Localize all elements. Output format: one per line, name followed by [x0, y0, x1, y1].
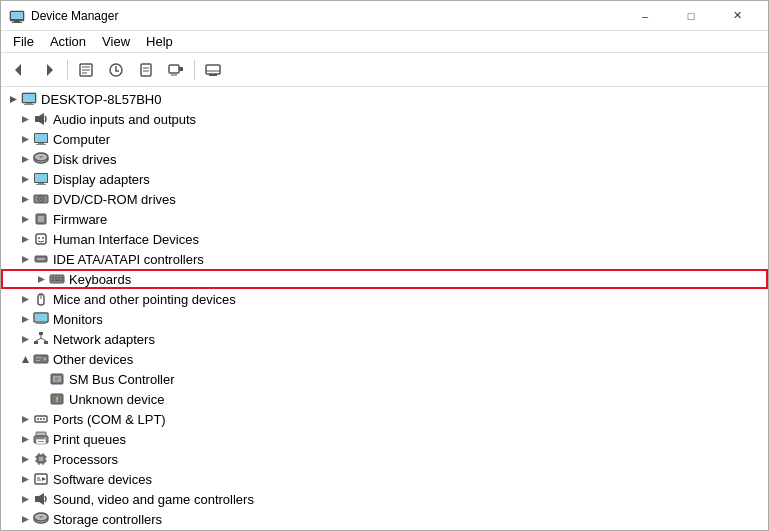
svg-point-51 — [38, 237, 40, 239]
update-driver-button[interactable] — [102, 57, 130, 83]
svg-marker-37 — [22, 176, 29, 183]
printqueues-expand[interactable] — [17, 431, 33, 447]
svg-rect-60 — [58, 277, 60, 279]
audio-expand[interactable] — [17, 111, 33, 127]
close-button[interactable]: ✕ — [714, 1, 760, 31]
tree-item-printqueues[interactable]: Print queues — [1, 429, 768, 449]
svg-rect-11 — [141, 64, 151, 76]
tree-item-ide[interactable]: IDE ATA/ATAPI controllers — [1, 249, 768, 269]
tree-item-other[interactable]: Other devices — [1, 349, 768, 369]
properties-button[interactable] — [72, 57, 100, 83]
view-button[interactable] — [199, 57, 227, 83]
other-label: Other devices — [53, 352, 133, 367]
uninstall-button[interactable] — [132, 57, 160, 83]
tree-item-monitors[interactable]: Monitors — [1, 309, 768, 329]
tree-content[interactable]: DESKTOP-8L57BH0 Audio inputs and outputs — [1, 87, 768, 530]
device-manager-window: Device Manager – □ ✕ File Action View He… — [0, 0, 769, 531]
mouse-icon — [33, 291, 49, 307]
svg-line-77 — [36, 338, 41, 341]
tree-item-computer[interactable]: Computer — [1, 129, 768, 149]
tree-item-software[interactable]: Software devices — [1, 469, 768, 489]
svg-rect-55 — [37, 258, 45, 260]
tree-item-disk[interactable]: Disk drives — [1, 149, 768, 169]
root-label: DESKTOP-8L57BH0 — [41, 92, 161, 107]
computer-expand[interactable] — [17, 131, 33, 147]
tree-item-ports[interactable]: Ports (COM & LPT) — [1, 409, 768, 429]
ports-expand[interactable] — [17, 411, 33, 427]
other-expand[interactable] — [17, 351, 33, 367]
monitors-expand[interactable] — [17, 311, 33, 327]
tree-item-display[interactable]: Display adapters — [1, 169, 768, 189]
tree-item-keyboards[interactable]: Keyboards — [1, 269, 768, 289]
menu-view[interactable]: View — [94, 32, 138, 51]
maximize-button[interactable]: □ — [668, 1, 714, 31]
tree-item-dvd[interactable]: DVD/CD-ROM drives — [1, 189, 768, 209]
mice-label: Mice and other pointing devices — [53, 292, 236, 307]
scan-button[interactable] — [162, 57, 190, 83]
toolbar-separator-2 — [194, 60, 195, 80]
svg-marker-122 — [22, 516, 29, 523]
tree-item-unknown[interactable]: ! Unknown device — [1, 389, 768, 409]
svg-point-125 — [39, 516, 43, 518]
tree-root[interactable]: DESKTOP-8L57BH0 — [1, 89, 768, 109]
disk-expand[interactable] — [17, 151, 33, 167]
svg-point-95 — [40, 418, 42, 420]
software-expand[interactable] — [17, 471, 33, 487]
keyboards-label: Keyboards — [69, 272, 131, 287]
keyboards-expand[interactable] — [33, 271, 49, 287]
svg-rect-101 — [38, 441, 44, 442]
tree-item-network[interactable]: Network adapters — [1, 329, 768, 349]
firmware-expand[interactable] — [17, 211, 33, 227]
minimize-button[interactable]: – — [622, 1, 668, 31]
firmware-icon — [33, 211, 49, 227]
svg-rect-59 — [55, 277, 57, 279]
processors-expand[interactable] — [17, 451, 33, 467]
display-icon — [33, 171, 49, 187]
tree-item-firmware[interactable]: Firmware — [1, 209, 768, 229]
menu-action[interactable]: Action — [42, 32, 94, 51]
root-expand[interactable] — [5, 91, 21, 107]
network-expand[interactable] — [17, 331, 33, 347]
svg-rect-24 — [24, 104, 34, 105]
hid-expand[interactable] — [17, 231, 33, 247]
svg-marker-72 — [22, 336, 29, 343]
tree-item-storage[interactable]: Storage controllers — [1, 509, 768, 529]
tree-item-mice[interactable]: Mice and other pointing devices — [1, 289, 768, 309]
svg-marker-121 — [39, 493, 44, 505]
svg-rect-14 — [169, 65, 179, 73]
svg-marker-28 — [22, 136, 29, 143]
tree-item-smbus[interactable]: SM Bus Controller — [1, 369, 768, 389]
tree-item-system[interactable]: System devices — [1, 529, 768, 530]
sound-expand[interactable] — [17, 491, 33, 507]
svg-marker-4 — [15, 64, 21, 76]
svg-point-102 — [44, 437, 46, 439]
tree-item-processors[interactable]: Processors — [1, 449, 768, 469]
network-icon — [33, 331, 49, 347]
svg-rect-41 — [36, 184, 46, 185]
unknown-label: Unknown device — [69, 392, 164, 407]
svg-rect-30 — [35, 134, 47, 142]
tree-item-audio[interactable]: Audio inputs and outputs — [1, 109, 768, 129]
dvd-expand[interactable] — [17, 191, 33, 207]
svg-rect-32 — [36, 144, 46, 145]
ide-label: IDE ATA/ATAPI controllers — [53, 252, 204, 267]
svg-rect-73 — [39, 332, 43, 335]
ide-expand[interactable] — [17, 251, 33, 267]
tree-item-sound[interactable]: Sound, video and game controllers — [1, 489, 768, 509]
menu-help[interactable]: Help — [138, 32, 181, 51]
svg-point-36 — [39, 156, 43, 158]
back-button[interactable] — [5, 57, 33, 83]
processors-label: Processors — [53, 452, 118, 467]
display-expand[interactable] — [17, 171, 33, 187]
forward-button[interactable] — [35, 57, 63, 83]
other-icon — [33, 351, 49, 367]
tree-item-hid[interactable]: Human Interface Devices — [1, 229, 768, 249]
svg-rect-48 — [38, 216, 44, 222]
svg-rect-70 — [38, 322, 44, 323]
svg-rect-17 — [206, 65, 220, 74]
menu-file[interactable]: File — [5, 32, 42, 51]
svg-marker-79 — [22, 356, 29, 363]
mice-expand[interactable] — [17, 291, 33, 307]
computer-icon — [21, 91, 37, 107]
storage-expand[interactable] — [17, 511, 33, 527]
